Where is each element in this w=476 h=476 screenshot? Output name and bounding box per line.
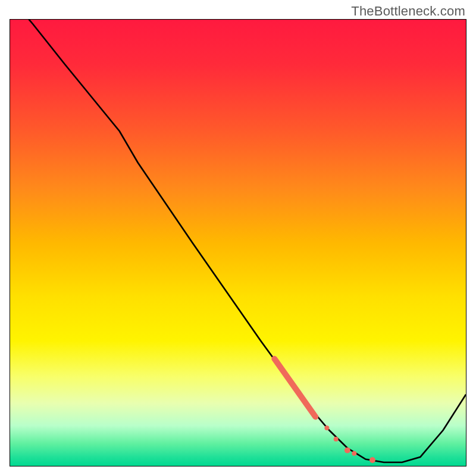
chart-container: TheBottleneck.com <box>0 0 476 476</box>
highlight-dot <box>324 425 329 430</box>
highlight-dot <box>352 451 356 456</box>
plot-area <box>10 19 466 466</box>
highlight-dot <box>369 457 375 463</box>
highlight-segment <box>274 359 315 417</box>
highlight-dot <box>334 437 339 441</box>
chart-svg <box>10 20 466 466</box>
bottleneck-curve <box>10 20 466 462</box>
watermark-text: TheBottleneck.com <box>351 4 465 19</box>
highlight-dots <box>324 425 375 463</box>
highlight-dot <box>345 447 350 453</box>
